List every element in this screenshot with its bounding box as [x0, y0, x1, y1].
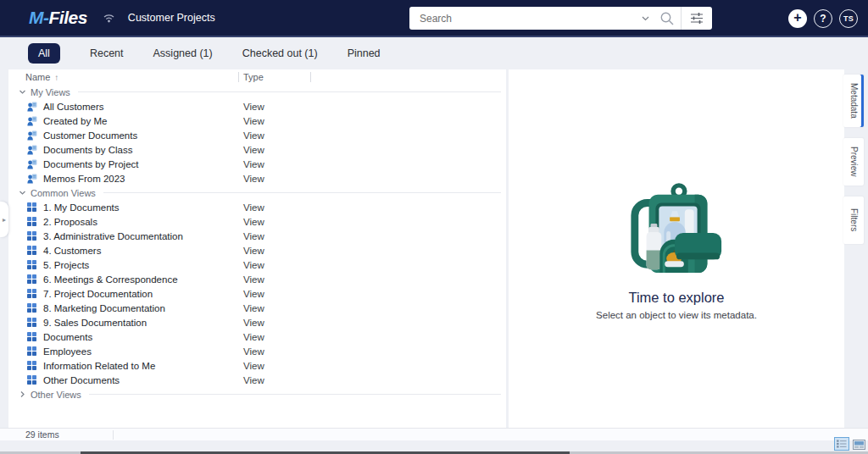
common-view-icon [27, 260, 38, 269]
list-item-memos-from-2023[interactable]: Memos From 2023View [8, 171, 506, 185]
details-view-icon[interactable] [834, 437, 849, 451]
list-item-all-customers[interactable]: All CustomersView [8, 99, 506, 114]
item-name: Information Related to Me [43, 361, 155, 371]
column-divider[interactable] [238, 72, 239, 82]
list-item-documents-by-class[interactable]: Documents by ClassView [8, 142, 506, 157]
list-item-2-proposals[interactable]: 2. ProposalsView [8, 214, 506, 229]
common-view-icon [27, 217, 38, 226]
list-item-documents[interactable]: DocumentsView [8, 329, 506, 344]
personal-view-icon [27, 102, 38, 112]
column-divider[interactable] [310, 72, 311, 82]
item-name: Documents by Class [43, 145, 132, 155]
search-bar[interactable] [409, 7, 712, 30]
search-input[interactable] [409, 7, 637, 30]
item-type: View [243, 332, 264, 342]
list-item-8-marketing-documentation[interactable]: 8. Marketing DocumentationView [8, 301, 506, 315]
list-item-employees[interactable]: EmployeesView [8, 344, 506, 358]
group-divider-line [89, 394, 501, 395]
search-options-chevron-icon[interactable] [637, 7, 654, 30]
chevron-down-icon [19, 88, 27, 96]
sort-ascending-icon: ↑ [54, 73, 58, 82]
tab-assigned-1[interactable]: Assigned (1) [153, 47, 213, 59]
personal-view-icon [27, 130, 38, 141]
explore-title: Time to explore [628, 290, 724, 306]
filter-sliders-icon[interactable] [682, 7, 712, 30]
item-type: View [243, 174, 264, 184]
tab-recent[interactable]: Recent [90, 47, 124, 59]
item-name: 8. Marketing Documentation [43, 303, 165, 313]
item-type: View [243, 145, 264, 155]
item-type: View [243, 231, 264, 241]
item-type: View [243, 217, 264, 227]
list-item-4-customers[interactable]: 4. CustomersView [8, 243, 506, 257]
user-avatar[interactable]: TS [839, 9, 858, 28]
item-type: View [243, 159, 264, 169]
list-item-9-sales-documentation[interactable]: 9. Sales DocumentationView [8, 315, 506, 329]
common-view-icon [27, 332, 38, 341]
personal-view-icon [27, 174, 38, 184]
group-label: Other Views [31, 390, 81, 400]
common-view-icon [27, 202, 38, 212]
list-item-documents-by-project[interactable]: Documents by ProjectView [8, 157, 506, 171]
list-item-6-meetings-correspondence[interactable]: 6. Meetings & CorrespondenceView [8, 272, 506, 286]
item-name: Other Documents [43, 375, 120, 385]
group-header-common-views[interactable]: Common Views [8, 185, 506, 200]
item-type: View [243, 289, 264, 299]
item-type: View [243, 116, 264, 126]
item-name: Memos From 2023 [43, 174, 125, 184]
list-item-3-administrative-documentation[interactable]: 3. Administrative DocumentationView [8, 229, 506, 243]
item-type: View [243, 375, 264, 385]
flyout-expander-icon[interactable]: ▸ [0, 202, 8, 237]
search-icon[interactable] [654, 7, 681, 30]
item-type: View [243, 274, 264, 285]
list-item-1-my-documents[interactable]: 1. My DocumentsView [8, 200, 506, 214]
common-view-icon [27, 231, 38, 241]
item-name: 3. Administrative Documentation [43, 231, 183, 241]
metadata-panel: Time to explore Select an object to view… [509, 69, 844, 428]
item-type: View [243, 102, 264, 112]
list-item-7-project-documentation[interactable]: 7. Project DocumentationView [8, 286, 506, 301]
list-item-created-by-me[interactable]: Created by MeView [8, 114, 506, 128]
group-divider-line [78, 91, 501, 92]
item-name: 7. Project Documentation [43, 289, 153, 299]
tab-checked-out-1[interactable]: Checked out (1) [242, 47, 318, 59]
chevron-down-icon [19, 189, 27, 197]
right-side-tabs: MetadataPreviewFilters [843, 75, 865, 244]
list-item-other-documents[interactable]: Other DocumentsView [8, 373, 506, 387]
thumbnails-view-icon[interactable] [852, 439, 866, 451]
item-name: 1. My Documents [43, 202, 119, 213]
vault-name: Customer Projects [128, 12, 215, 24]
status-bar: 29 items [0, 428, 868, 440]
item-name: 2. Proposals [43, 217, 97, 227]
column-header-name[interactable]: Name↑ [25, 72, 58, 82]
side-tab-metadata[interactable]: Metadata [843, 75, 864, 127]
side-tab-filters[interactable]: Filters [843, 197, 864, 244]
list-item-information-related-to-me[interactable]: Information Related to MeView [8, 358, 506, 373]
group-header-my-views[interactable]: My Views [8, 85, 506, 99]
item-type: View [243, 361, 264, 371]
create-new-button[interactable]: + [788, 9, 807, 28]
group-divider-line [103, 192, 501, 193]
top-bar: M-Files Customer Projects [0, 0, 868, 37]
common-view-icon [27, 375, 38, 385]
group-header-other-views[interactable]: Other Views [8, 387, 506, 401]
tab-pinned[interactable]: Pinned [348, 47, 381, 59]
list-item-customer-documents[interactable]: Customer DocumentsView [8, 128, 506, 142]
item-name: All Customers [43, 102, 104, 112]
personal-view-icon [27, 116, 38, 126]
group-label: Common Views [31, 188, 96, 198]
column-header-type[interactable]: Type [243, 72, 264, 82]
item-name: 4. Customers [43, 246, 101, 256]
tab-all[interactable]: All [28, 43, 60, 64]
help-button[interactable]: ? [814, 9, 832, 28]
common-view-icon [27, 318, 38, 327]
item-name: Created by Me [43, 116, 107, 126]
side-tab-preview[interactable]: Preview [843, 138, 864, 185]
common-view-icon [27, 246, 38, 255]
group-label: My Views [31, 87, 70, 97]
item-type: View [243, 246, 264, 256]
status-divider [113, 430, 114, 440]
view-mode-toggles [834, 437, 866, 451]
list-item-5-projects[interactable]: 5. ProjectsView [8, 257, 506, 272]
common-view-icon [27, 346, 38, 356]
